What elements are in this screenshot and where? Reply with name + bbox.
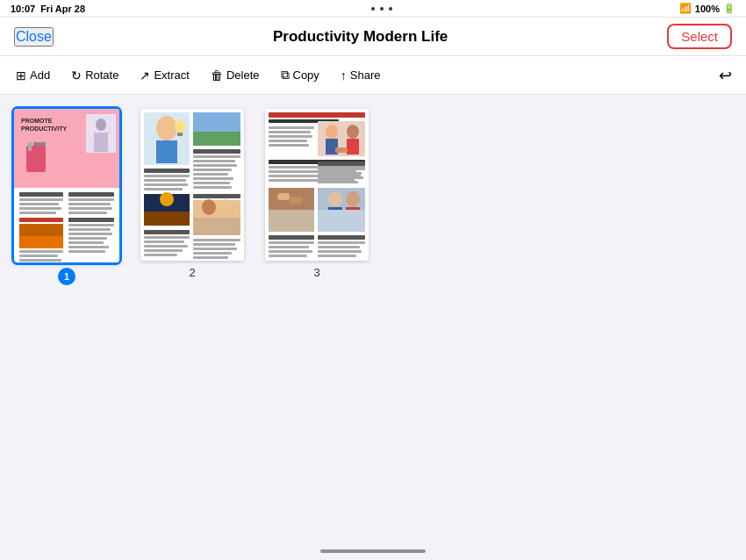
svg-rect-29 bbox=[68, 237, 107, 240]
delete-label: Delete bbox=[226, 68, 260, 82]
svg-rect-85 bbox=[269, 135, 312, 138]
svg-rect-32 bbox=[68, 250, 105, 253]
extract-icon: ↗ bbox=[140, 68, 150, 83]
svg-point-40 bbox=[175, 120, 185, 133]
svg-rect-47 bbox=[144, 179, 186, 182]
svg-rect-63 bbox=[193, 194, 240, 198]
svg-rect-41 bbox=[177, 133, 183, 136]
svg-point-67 bbox=[218, 199, 232, 215]
svg-rect-18 bbox=[68, 203, 111, 205]
svg-rect-44 bbox=[193, 132, 240, 146]
battery-percent: 100% bbox=[695, 4, 720, 14]
page-thumbnail-1[interactable]: PROMOTE PRODUCTIVITY bbox=[14, 109, 119, 262]
svg-rect-105 bbox=[318, 168, 365, 170]
svg-rect-9 bbox=[28, 142, 32, 151]
wifi-icon: 📶 bbox=[679, 3, 692, 14]
svg-rect-77 bbox=[193, 248, 237, 250]
svg-rect-72 bbox=[144, 245, 188, 248]
svg-point-6 bbox=[96, 118, 106, 131]
svg-text:PRODUCTIVITY: PRODUCTIVITY bbox=[21, 126, 67, 132]
svg-rect-124 bbox=[318, 250, 362, 253]
svg-rect-69 bbox=[144, 230, 190, 234]
svg-rect-76 bbox=[193, 243, 235, 246]
svg-rect-20 bbox=[68, 212, 107, 214]
add-icon: ⊞ bbox=[16, 68, 26, 83]
share-label: Share bbox=[350, 68, 381, 82]
rotate-icon: ↻ bbox=[71, 68, 82, 83]
page-thumbnail-2[interactable] bbox=[140, 109, 244, 261]
svg-rect-104 bbox=[318, 162, 365, 166]
page-item-2[interactable]: 2 bbox=[140, 109, 244, 279]
svg-rect-84 bbox=[269, 131, 311, 133]
svg-rect-108 bbox=[318, 181, 358, 183]
svg-rect-39 bbox=[156, 140, 177, 163]
add-button[interactable]: ⊞ Add bbox=[7, 64, 59, 87]
page-item-3[interactable]: 3 bbox=[265, 109, 369, 279]
page-item-1[interactable]: PROMOTE PRODUCTIVITY bbox=[14, 109, 119, 285]
copy-icon: ⧉ bbox=[281, 68, 290, 83]
svg-rect-116 bbox=[269, 235, 314, 240]
share-icon: ↑ bbox=[341, 68, 347, 83]
nav-bar: Close Productivity Modern Life Select bbox=[0, 18, 746, 56]
page-badge-1: 1 bbox=[58, 268, 75, 285]
svg-rect-17 bbox=[68, 198, 114, 201]
svg-point-52 bbox=[160, 192, 174, 206]
svg-point-111 bbox=[328, 191, 342, 207]
bottom-bar bbox=[0, 542, 746, 560]
extract-button[interactable]: ↗ Extract bbox=[131, 64, 197, 87]
svg-rect-123 bbox=[318, 246, 360, 248]
svg-point-91 bbox=[347, 125, 359, 139]
add-label: Add bbox=[30, 68, 50, 82]
delete-button[interactable]: 🗑 Delete bbox=[202, 64, 269, 87]
svg-rect-48 bbox=[144, 183, 188, 186]
svg-rect-61 bbox=[193, 182, 230, 184]
home-indicator bbox=[320, 549, 426, 553]
rotate-button[interactable]: ↻ Rotate bbox=[62, 64, 127, 87]
svg-rect-26 bbox=[68, 224, 114, 226]
svg-rect-107 bbox=[318, 176, 363, 179]
extract-label: Extract bbox=[154, 68, 189, 82]
svg-rect-115 bbox=[318, 210, 365, 232]
svg-point-66 bbox=[202, 199, 216, 215]
svg-rect-101 bbox=[277, 193, 290, 200]
copy-label: Copy bbox=[293, 68, 319, 82]
svg-rect-33 bbox=[19, 250, 63, 253]
toolbar-actions: ⊞ Add ↻ Rotate ↗ Extract 🗑 Delete ⧉ Copy… bbox=[7, 63, 390, 87]
svg-rect-83 bbox=[269, 126, 314, 129]
status-day: Fri Apr 28 bbox=[40, 4, 85, 14]
page-thumbnail-3[interactable] bbox=[265, 109, 369, 261]
delete-icon: 🗑 bbox=[211, 68, 223, 83]
svg-rect-46 bbox=[144, 175, 190, 177]
svg-rect-68 bbox=[193, 218, 240, 235]
svg-rect-25 bbox=[68, 218, 114, 222]
svg-rect-55 bbox=[193, 155, 240, 158]
status-bar: 10:07 Fri Apr 28 📶 100% 🔋 bbox=[0, 0, 746, 18]
close-button[interactable]: Close bbox=[14, 27, 54, 47]
svg-point-113 bbox=[346, 191, 360, 207]
svg-rect-121 bbox=[318, 235, 365, 240]
share-button[interactable]: ↑ Share bbox=[332, 64, 390, 87]
svg-rect-23 bbox=[19, 224, 63, 236]
select-button[interactable]: Select bbox=[667, 24, 732, 49]
svg-rect-65 bbox=[193, 200, 240, 218]
copy-button[interactable]: ⧉ Copy bbox=[272, 63, 328, 87]
svg-rect-56 bbox=[193, 160, 235, 162]
svg-rect-21 bbox=[19, 218, 63, 222]
svg-rect-27 bbox=[68, 228, 111, 231]
status-center bbox=[370, 7, 393, 11]
svg-rect-16 bbox=[68, 192, 114, 197]
svg-rect-106 bbox=[318, 172, 362, 175]
svg-rect-34 bbox=[19, 255, 58, 257]
svg-rect-19 bbox=[68, 207, 112, 210]
svg-rect-14 bbox=[19, 207, 61, 210]
undo-button[interactable]: ↩ bbox=[712, 61, 739, 90]
document-title: Productivity Modern Life bbox=[54, 28, 667, 46]
svg-rect-59 bbox=[193, 173, 228, 176]
status-time: 10:07 bbox=[11, 4, 35, 14]
page-num-2: 2 bbox=[189, 266, 195, 279]
svg-rect-102 bbox=[290, 197, 302, 204]
svg-rect-10 bbox=[33, 142, 46, 146]
svg-rect-57 bbox=[193, 164, 237, 167]
content-area: PROMOTE PRODUCTIVITY bbox=[0, 95, 746, 542]
svg-rect-73 bbox=[144, 249, 183, 252]
